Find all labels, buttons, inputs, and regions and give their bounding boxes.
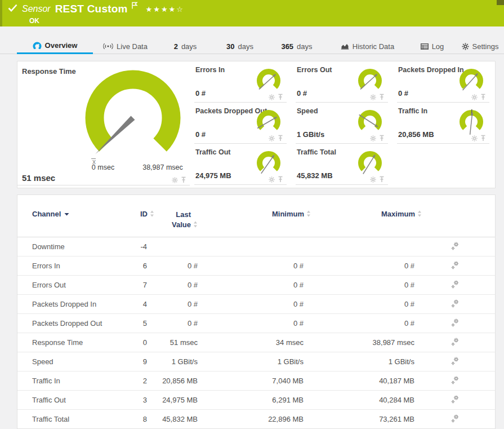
response-time-gauge-block: Response Time x 0 msec 38,987 msec 51 ms… xyxy=(17,61,190,185)
channel-name-cell[interactable]: Packets Dropped In xyxy=(17,295,128,314)
column-header-id[interactable]: ID xyxy=(128,195,147,237)
pin-icon[interactable] xyxy=(278,135,283,141)
last-value-cell: 0 # xyxy=(147,276,198,295)
channel-settings-gears-icon[interactable] xyxy=(451,395,460,404)
id-cell: 9 xyxy=(128,352,147,371)
maximum-cell: 0 # xyxy=(304,276,414,295)
pin-icon[interactable] xyxy=(278,176,283,183)
response-time-gauge: x xyxy=(74,66,186,165)
gauge-gear-icon[interactable] xyxy=(370,176,376,183)
maximum-cell: 0 # xyxy=(304,314,414,333)
channel-settings-cell xyxy=(414,371,495,391)
column-header-channel[interactable]: Channel xyxy=(17,195,128,237)
gauge-gear-icon[interactable] xyxy=(172,177,178,183)
gauge-gear-icon[interactable] xyxy=(471,94,478,100)
gauge-cell-traffic-total: Traffic Total45,832 MB xyxy=(296,144,388,185)
gauge-cell-speed: Speed1 GBit/s xyxy=(296,103,388,144)
table-row: Errors Out70 #0 #0 # xyxy=(17,276,495,295)
channel-settings-gears-icon[interactable] xyxy=(451,414,460,423)
channel-settings-gears-icon[interactable] xyxy=(451,337,460,347)
tab-2-days[interactable]: 2days xyxy=(158,38,213,54)
gauge-gear-icon[interactable] xyxy=(269,94,275,100)
tab-30-days[interactable]: 30days xyxy=(213,38,267,54)
gauge-cell-packets-dropped-in: Packets Dropped In0 # xyxy=(397,61,489,103)
gauge-title: Traffic Out xyxy=(195,148,231,156)
last-value-cell xyxy=(147,237,198,256)
gauge-gear-icon[interactable] xyxy=(471,135,478,141)
channel-name-cell[interactable]: Errors Out xyxy=(17,276,128,295)
tab-live-data[interactable]: Live Data xyxy=(93,38,158,54)
gauge-gear-icon[interactable] xyxy=(370,135,376,141)
object-kind-label: Sensor xyxy=(22,4,51,14)
pin-icon[interactable] xyxy=(181,176,186,183)
channel-settings-gears-icon[interactable] xyxy=(451,260,460,270)
pin-icon[interactable] xyxy=(379,176,385,183)
maximum-cell: 40,284 MB xyxy=(304,391,414,410)
main-gauge-title: Response Time xyxy=(22,67,76,76)
column-header-last-value[interactable]: Last Value xyxy=(147,195,198,237)
column-header-maximum[interactable]: Maximum xyxy=(304,195,414,237)
channel-name-cell[interactable]: Speed xyxy=(17,352,128,371)
pin-icon[interactable] xyxy=(480,135,486,141)
minimum-cell: 1 GBit/s xyxy=(198,352,304,371)
minimum-cell: 34 msec xyxy=(198,333,304,352)
sort-icon[interactable] xyxy=(193,221,198,228)
channel-name-cell[interactable]: Traffic Total xyxy=(17,410,128,429)
channel-name-cell[interactable]: Traffic Out xyxy=(17,391,128,410)
gauge-gear-icon[interactable] xyxy=(370,94,376,100)
channel-name-cell[interactable]: Traffic In xyxy=(17,371,128,391)
tab-log[interactable]: Log xyxy=(408,38,456,54)
flag-icon[interactable] xyxy=(131,1,138,11)
channel-settings-gears-icon[interactable] xyxy=(451,299,460,308)
maximum-cell: 0 # xyxy=(304,256,414,276)
channel-settings-cell xyxy=(414,410,495,429)
channel-settings-gears-icon[interactable] xyxy=(451,280,460,289)
tab-settings[interactable]: Settings xyxy=(456,38,504,54)
priority-stars[interactable]: ★★★★☆ xyxy=(146,5,184,14)
table-row: Packets Dropped In40 #0 #0 # xyxy=(17,295,495,314)
channel-settings-gears-icon[interactable] xyxy=(451,375,460,385)
tab-365-days[interactable]: 365days xyxy=(267,38,327,54)
column-header-minimum[interactable]: Minimum xyxy=(198,195,304,237)
channel-name-cell[interactable]: Packets Dropped Out xyxy=(17,314,128,333)
gauge-value: 24,975 MB xyxy=(195,171,231,180)
header-edge-strip xyxy=(0,0,2,26)
pin-icon[interactable] xyxy=(278,94,283,100)
gauge-cell-errors-in: Errors In0 # xyxy=(194,61,287,103)
channel-settings-cell xyxy=(414,237,495,256)
channel-mini-gauge xyxy=(253,67,284,96)
channel-name-cell[interactable]: Errors In xyxy=(17,256,128,276)
table-row: Errors In60 #0 #0 # xyxy=(17,256,495,276)
maximum-cell: 1 GBit/s xyxy=(304,352,414,371)
pin-icon[interactable] xyxy=(379,135,385,141)
channel-settings-gears-icon[interactable] xyxy=(451,356,460,366)
gauge-value: 45,832 MB xyxy=(297,171,333,180)
pin-icon[interactable] xyxy=(379,94,385,100)
table-row: Response Time051 msec34 msec38,987 msec xyxy=(17,333,495,352)
channel-mini-gauge xyxy=(456,67,487,96)
chevron-down-icon xyxy=(64,213,69,216)
gauge-cell-traffic-in: Traffic In20,856 MB xyxy=(397,103,489,144)
channel-mini-gauge xyxy=(354,67,386,96)
channel-name-cell[interactable]: Response Time xyxy=(17,333,128,352)
sort-icon[interactable] xyxy=(150,210,154,217)
channel-mini-gauge xyxy=(253,108,284,137)
header-corner-square xyxy=(497,0,504,5)
channel-settings-gears-icon[interactable] xyxy=(451,241,460,251)
table-row: Traffic Total845,832 MB22,896 MB73,261 M… xyxy=(17,410,495,429)
gauge-gear-icon[interactable] xyxy=(269,176,275,183)
channel-settings-gears-icon[interactable] xyxy=(451,318,460,328)
sort-icon[interactable] xyxy=(306,210,311,217)
sort-icon[interactable] xyxy=(417,210,422,217)
pin-icon[interactable] xyxy=(480,94,486,100)
main-gauge-value: 51 msec xyxy=(22,173,55,183)
id-cell: 2 xyxy=(128,371,147,391)
tab-overview[interactable]: Overview xyxy=(17,38,93,54)
id-cell: 4 xyxy=(128,295,147,314)
gauge-max-label: 38,987 msec xyxy=(135,163,191,171)
channel-name-cell[interactable]: Downtime xyxy=(17,237,128,256)
gauge-value: 0 # xyxy=(195,89,206,98)
gauges-panel: Response Time x 0 msec 38,987 msec 51 ms… xyxy=(17,61,496,188)
tab-historic-data[interactable]: Historic Data xyxy=(327,38,408,54)
gauge-gear-icon[interactable] xyxy=(269,135,275,141)
